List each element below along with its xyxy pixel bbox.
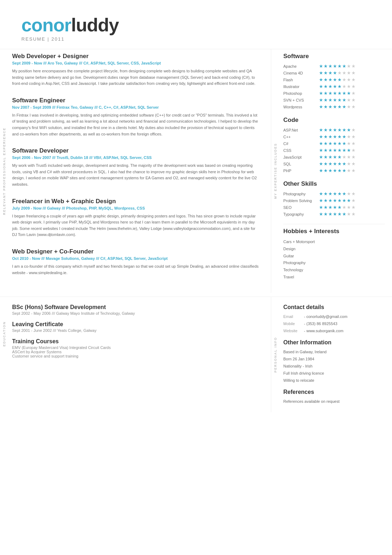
star-filled: ★ xyxy=(324,161,328,166)
job-desc: In Fintrax I was involved in developing,… xyxy=(12,112,260,137)
skill-name: Illustrator xyxy=(283,84,319,89)
star-filled: ★ xyxy=(342,148,346,153)
star-filled: ★ xyxy=(337,168,342,173)
skill-name: Photoshop xyxy=(283,91,319,96)
star-filled: ★ xyxy=(337,141,342,146)
star-filled: ★ xyxy=(333,154,337,160)
contact-label: Email xyxy=(283,313,301,320)
education-inner: EDUCATION BSc (Hons) Software Developmen… xyxy=(0,297,271,371)
star-filled: ★ xyxy=(328,161,332,166)
hobby-item: Guitar xyxy=(283,253,385,260)
skill-stars: ★★★★★★★★ xyxy=(319,63,356,69)
skill-stars: ★★★★★★★★ xyxy=(319,104,356,109)
skill-name: JavaScript xyxy=(283,155,319,159)
star-filled: ★ xyxy=(333,198,337,203)
education-area: EDUCATION BSc (Hons) Software Developmen… xyxy=(0,297,271,412)
star-empty: ★ xyxy=(351,148,356,153)
star-filled: ★ xyxy=(333,191,337,196)
skill-name: Cinema 4D xyxy=(283,71,319,75)
star-filled: ★ xyxy=(319,134,323,139)
star-filled: ★ xyxy=(328,134,332,139)
star-empty: ★ xyxy=(351,104,356,109)
education-label: EDUCATION xyxy=(0,297,9,371)
star-filled: ★ xyxy=(347,91,351,96)
skills-title: Other Skills xyxy=(283,180,385,187)
star-filled: ★ xyxy=(319,97,323,103)
skill-row: Flash★★★★★★★★ xyxy=(283,77,385,82)
star-filled: ★ xyxy=(328,205,332,210)
star-filled: ★ xyxy=(342,91,346,96)
star-empty: ★ xyxy=(342,154,346,160)
star-filled: ★ xyxy=(324,77,328,82)
star-empty: ★ xyxy=(351,127,356,133)
star-filled: ★ xyxy=(342,141,346,146)
star-filled: ★ xyxy=(319,77,323,82)
star-filled: ★ xyxy=(324,70,328,76)
star-empty: ★ xyxy=(342,70,346,76)
skill-stars: ★★★★★★★★ xyxy=(319,127,356,133)
star-filled: ★ xyxy=(319,211,323,217)
star-filled: ★ xyxy=(324,84,328,89)
personal-inner: PERSONAL INFO Contact detailsEmail- cono… xyxy=(271,297,392,412)
star-filled: ★ xyxy=(324,148,328,153)
skill-name: ASP.Net xyxy=(283,128,319,132)
job-entry: Software Developer Sept 2006 - Nov 2007 … xyxy=(12,147,260,187)
job-title: Freelancer in Web + Graphic Design xyxy=(12,198,260,205)
star-filled: ★ xyxy=(342,191,346,196)
other-info-item: Based in Galway, Ireland xyxy=(283,349,381,356)
star-filled: ★ xyxy=(333,84,337,89)
star-empty: ★ xyxy=(347,77,351,82)
hobby-item: Design xyxy=(283,246,385,253)
job-desc: My position here encompasses the complet… xyxy=(12,68,260,87)
references-text: References available on request xyxy=(283,398,381,405)
star-filled: ★ xyxy=(328,104,332,109)
star-filled: ★ xyxy=(333,104,337,109)
star-filled: ★ xyxy=(319,127,323,133)
job-title: Software Engineer xyxy=(12,97,260,104)
personal-area: PERSONAL INFO Contact detailsEmail- cono… xyxy=(271,297,392,412)
star-filled: ★ xyxy=(337,104,342,109)
job-meta: July 2009 - Now /// Galway /// Photoshop… xyxy=(12,206,260,210)
other-info-item: Willing to relocate xyxy=(283,377,381,384)
star-empty: ★ xyxy=(342,205,346,210)
interests-section: Hobbies + InterestsCars + MotorsportDesi… xyxy=(283,224,385,281)
resume-subtitle: RESUME | 2011 xyxy=(21,36,371,42)
star-empty: ★ xyxy=(351,97,356,103)
job-title: Web Developer + Designer xyxy=(12,53,260,60)
star-filled: ★ xyxy=(333,168,337,173)
star-filled: ★ xyxy=(319,168,323,173)
other-info-title: Other Information xyxy=(283,339,381,346)
contact-value: - www.suborganik.com xyxy=(304,328,344,335)
star-filled: ★ xyxy=(337,77,342,82)
star-filled: ★ xyxy=(328,168,332,173)
star-empty: ★ xyxy=(347,211,351,217)
top-section: RELEVANT PROFESSIONAL EXPERIENCE Web Dev… xyxy=(0,49,392,293)
contact-row: Mobile- (353) 86 8925543 xyxy=(283,320,381,328)
star-filled: ★ xyxy=(333,77,337,82)
education-entry: BSc (Hons) Software DevelopmentSept 2002… xyxy=(12,304,264,315)
contact-label: Mobile xyxy=(283,320,301,328)
star-filled: ★ xyxy=(342,134,346,139)
star-filled: ★ xyxy=(328,127,332,133)
skill-name: Problem Solving xyxy=(283,199,319,203)
job-title: Web Designer + Co-Founder xyxy=(12,248,260,255)
experience-content: Web Developer + Designer Sept 2009 - Now… xyxy=(9,49,271,293)
skill-name: PHP xyxy=(283,169,319,173)
star-empty: ★ xyxy=(347,168,351,173)
star-empty: ★ xyxy=(351,154,356,160)
education-content: BSc (Hons) Software DevelopmentSept 2002… xyxy=(9,297,271,371)
star-empty: ★ xyxy=(351,161,356,166)
interests-title: Hobbies + Interests xyxy=(283,228,385,235)
star-filled: ★ xyxy=(319,70,323,76)
star-filled: ★ xyxy=(328,141,332,146)
skill-name: C++ xyxy=(283,135,319,139)
star-filled: ★ xyxy=(333,127,337,133)
skill-name: C# xyxy=(283,142,319,146)
star-empty: ★ xyxy=(351,168,356,173)
star-filled: ★ xyxy=(333,205,337,210)
star-empty: ★ xyxy=(347,205,351,210)
contact-title: Contact details xyxy=(283,304,381,310)
skill-row: SEO★★★★★★★★ xyxy=(283,205,385,210)
star-empty: ★ xyxy=(347,84,351,89)
other-info-section: Other InformationBased in Galway, Irelan… xyxy=(283,339,381,384)
